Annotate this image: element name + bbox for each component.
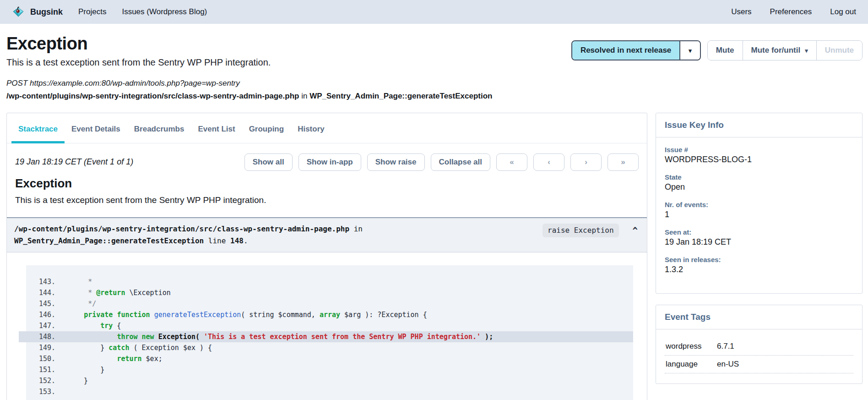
toolbar-button[interactable]: Show all [244,153,293,171]
code-line: 146. private function generateTestExcept… [26,309,633,320]
info-field-label: Seen in releases: [665,256,853,263]
mute-button-group: Mute Mute for/until ▾ Unmute [707,40,863,60]
raise-exception-badge: raise Exception [542,224,619,237]
info-field-label: Nr. of events: [665,201,853,208]
code-line: 143. * [26,276,633,287]
line-number: 146. [26,309,55,320]
tab-item[interactable]: Grouping [242,113,291,143]
pager-button[interactable]: « [496,153,527,171]
code-line: 151. } [26,364,633,375]
tag-value: 6.7.1 [717,342,852,351]
event-title: Exception [15,176,639,191]
issue-actions: Resolved in next release ▾ Mute Mute for… [571,40,863,60]
info-field-value: WORDPRESS-BLOG-1 [665,155,853,164]
line-number: 145. [26,298,55,309]
info-field-label: Seen at: [665,228,853,236]
tab-item[interactable]: History [291,113,331,143]
info-field: Seen in releases: 1.3.2 [665,256,853,274]
code-line: 150. return $ex; [26,353,633,364]
line-number: 147. [26,320,55,331]
toolbar-button[interactable]: Show raise [367,153,425,171]
unmute-button[interactable]: Unmute [816,41,862,60]
info-field: Issue # WORDPRESS-BLOG-1 [665,146,853,164]
line-number: 143. [26,276,55,287]
event-tags-card: Event Tags wordpress 6.7.1 language en-U… [656,305,863,384]
line-number: 144. [26,287,55,298]
line-number: 148. [26,331,55,342]
issue-location-path: /wp-content/plugins/wp-sentry-integratio… [6,92,299,100]
code-block: 143. *144. * @return \Exception145. */14… [26,265,633,400]
mute-button[interactable]: Mute [708,41,743,60]
frame-location: /wp-content/plugins/wp-sentry-integratio… [14,223,542,247]
resolve-button-group: Resolved in next release ▾ [571,40,701,60]
tab-item[interactable]: Breadcrumbs [127,113,191,143]
tab-item[interactable]: Stacktrace [11,113,65,143]
frame-path: /wp-content/plugins/wp-sentry-integratio… [14,225,349,233]
frame-method: WP_Sentry_Admin_Page::generateTestExcept… [14,236,204,245]
chevron-up-icon[interactable]: ^ [631,225,640,236]
line-number: 153. [26,386,55,397]
toolbar-button[interactable]: Show in-app [298,153,361,171]
code-line: 148. throw new Exception( 'This is a tes… [19,331,633,342]
page-subtitle: This is a test exception sent from the S… [6,57,271,68]
top-nav: Bugsink Projects Issues (Wordpress Blog)… [0,0,868,24]
tab-item[interactable]: Event Details [65,113,127,143]
code-lines: 143. *144. * @return \Exception145. */14… [26,276,633,397]
info-field-value: 1 [665,210,853,219]
bugsink-logo-icon [12,5,25,18]
page-title: Exception [6,34,271,54]
brand[interactable]: Bugsink [12,5,63,18]
code-line: 153. [26,386,633,397]
code-line: 145. */ [26,298,633,309]
issue-key-info-card: Issue Key Info Issue # WORDPRESS-BLOG-1 … [656,113,863,294]
tab-item[interactable]: Event List [191,113,242,143]
line-number: 152. [26,375,55,386]
stack-frame-header[interactable]: /wp-content/plugins/wp-sentry-integratio… [7,217,647,252]
tag-key: wordpress [666,342,717,351]
tag-key: language [666,360,717,369]
info-field-value: Open [665,182,853,192]
sidebar: Issue Key Info Issue # WORDPRESS-BLOG-1 … [656,113,863,384]
code-line: 144. * @return \Exception [26,287,633,298]
nav-item[interactable]: Issues (Wordpress Blog) [122,7,207,16]
event-panel: Stacktrace Event Details Breadcrumbs Eve… [6,113,647,400]
issue-location: /wp-content/plugins/wp-sentry-integratio… [6,92,863,101]
line-number: 149. [26,342,55,353]
nav-item-right[interactable]: Preferences [770,7,812,16]
info-field-value: 1.3.2 [665,265,853,274]
info-field: Seen at: 19 Jan 18:19 CET [665,228,853,247]
event-timestamp: 19 Jan 18:19 CET (Event 1 of 1) [15,153,133,167]
issue-location-method: WP_Sentry_Admin_Page::generateTestExcept… [309,92,492,100]
nav-item-right[interactable]: Log out [830,7,856,16]
pager-button[interactable]: ‹ [533,153,564,171]
code-line: 152. } [26,375,633,386]
resolved-next-release-button[interactable]: Resolved in next release [572,41,679,60]
code-line: 149. } catch ( Exception $ex ) { [26,342,633,353]
tag-row: wordpress 6.7.1 [665,338,853,356]
brand-name[interactable]: Bugsink [30,7,63,17]
info-field: Nr. of events: 1 [665,201,853,219]
toolbar-button[interactable]: Collapse all [431,153,490,171]
caret-down-icon: ▾ [689,48,692,54]
nav-item[interactable]: Projects [78,7,106,16]
nav-item-right[interactable]: Users [731,7,751,16]
pager-button[interactable]: › [570,153,602,171]
line-number: 150. [26,353,55,364]
mute-for-until-button[interactable]: Mute for/until ▾ [743,41,816,60]
tag-value: en-US [717,360,852,369]
info-field-label: Issue # [665,146,853,153]
line-number: 151. [26,364,55,375]
tag-row: language en-US [665,356,853,373]
event-tags-title: Event Tags [656,305,862,329]
event-description: This is a test exception sent from the S… [15,195,639,205]
info-field: State Open [665,173,853,192]
frame-line-number: 148 [230,236,244,245]
tab-bar: Stacktrace Event Details Breadcrumbs Eve… [7,113,647,143]
info-field-label: State [665,173,853,181]
resolve-dropdown-button[interactable]: ▾ [679,41,700,60]
pager-button[interactable]: » [608,153,639,171]
caret-down-icon: ▾ [805,48,808,54]
code-line: 147. try { [26,320,633,331]
stacktrace-toolbar: Show all Show in-app Show raise Collapse… [244,153,639,171]
info-field-value: 19 Jan 18:19 CET [665,237,853,247]
